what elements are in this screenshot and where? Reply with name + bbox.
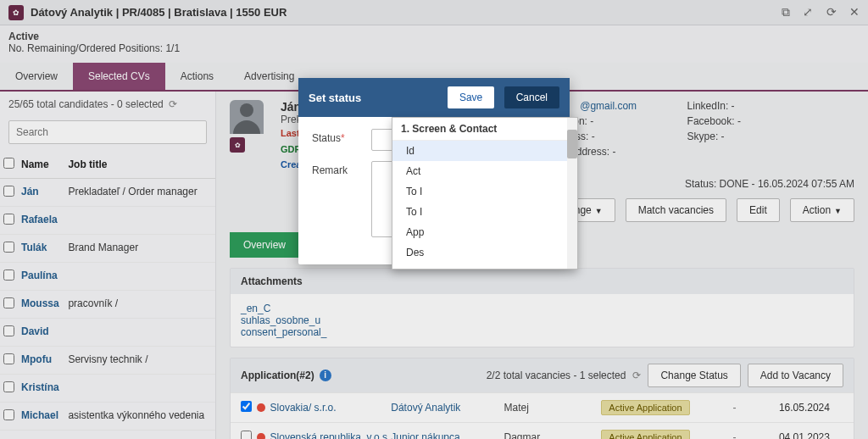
dropdown-item[interactable]: Id (392, 141, 577, 161)
dropdown-item[interactable]: Ow (392, 263, 577, 270)
dropdown-item[interactable]: Act (392, 161, 577, 181)
cancel-button[interactable]: Cancel (504, 86, 559, 108)
dropdown-item[interactable]: App (392, 222, 577, 242)
save-button[interactable]: Save (448, 86, 494, 108)
dropdown-group-header: 1. Screen & Contact (392, 118, 577, 141)
dropdown-item[interactable]: To I (392, 202, 577, 222)
modal-overlay: Set status Save Cancel Status* Remark ▲ … (0, 0, 868, 439)
status-label: Status* (312, 129, 371, 144)
dropdown-item[interactable]: To I (392, 181, 577, 202)
modal-title: Set status (309, 92, 361, 104)
dropdown-item[interactable]: Des (392, 242, 577, 263)
status-dropdown: ▲ 1. Screen & Contact Id Act To I To I A… (392, 117, 578, 270)
remark-label: Remark (312, 161, 371, 176)
dropdown-scrollbar[interactable] (567, 118, 577, 269)
